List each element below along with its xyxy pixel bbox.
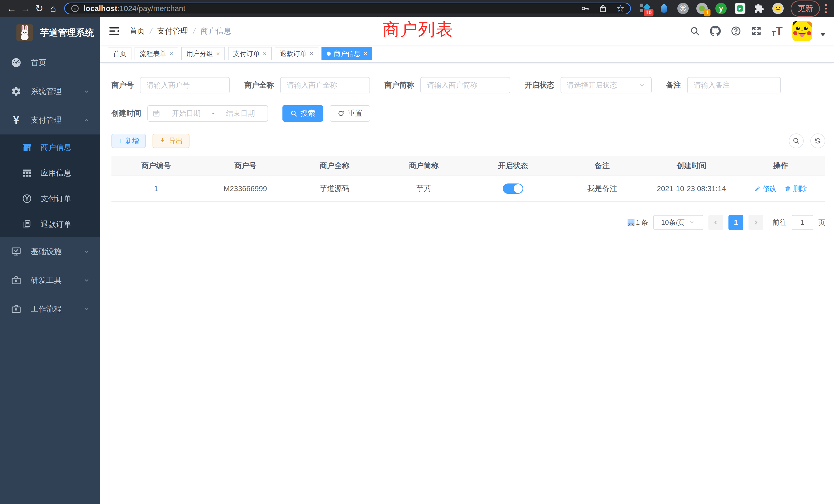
show-search-toggle-button[interactable] (789, 134, 804, 148)
sidebar-item-pay-order[interactable]: 支付订单 (0, 186, 100, 211)
tab-close-icon[interactable]: × (263, 50, 266, 57)
status-toggle[interactable] (503, 183, 523, 194)
tab-user-group[interactable]: 用户分组 × (181, 47, 225, 60)
tab-close-icon[interactable]: × (310, 50, 313, 57)
extension-grey-circle-icon[interactable]: 1 (696, 3, 708, 14)
chrome-update-button[interactable]: 更新 (791, 1, 820, 17)
tab-close-icon[interactable]: × (170, 50, 173, 57)
extension-y-icon[interactable]: y (715, 3, 727, 14)
extension-kite-icon[interactable] (658, 3, 670, 14)
cell-merchant-no: M233666999 (201, 184, 290, 193)
font-size-icon[interactable]: TT (772, 25, 783, 37)
share-icon[interactable] (598, 4, 608, 13)
app-logo-row[interactable]: 芋道管理系统 (0, 17, 100, 48)
refresh-icon (814, 137, 822, 145)
next-page-button[interactable] (748, 215, 763, 230)
sidebar-item-merchant-info[interactable]: 商户信息 (0, 135, 100, 160)
browser-back-button[interactable]: ← (5, 2, 19, 16)
tab-refund-order[interactable]: 退款订单 × (275, 47, 319, 60)
add-button[interactable]: + 新增 (111, 134, 146, 148)
fullscreen-icon[interactable] (751, 26, 762, 37)
browser-forward-button[interactable]: → (19, 2, 32, 16)
page-content: 商户号 商户全称 商户简称 开启状态 请选择开启状态 (100, 63, 834, 504)
chevron-down-icon (689, 219, 695, 226)
merchant-short-name-input[interactable] (420, 77, 510, 93)
breadcrumb-separator: / (150, 27, 152, 36)
tab-home[interactable]: 首页 (108, 47, 131, 60)
breadcrumb: 首页 / 支付管理 / 商户信息 (129, 26, 232, 37)
password-key-icon[interactable] (580, 4, 590, 13)
extensions-puzzle-icon[interactable] (753, 3, 765, 14)
merchant-full-name-input[interactable] (280, 77, 370, 93)
sidebar-item-label: 系统管理 (31, 86, 83, 97)
tab-pay-order[interactable]: 支付订单 × (228, 47, 272, 60)
extension-command-icon[interactable]: ⌘ (677, 3, 689, 14)
column-header: 商户简称 (379, 161, 468, 171)
tab-label: 退款订单 (280, 49, 307, 58)
delete-link[interactable]: 删除 (785, 184, 807, 193)
extension-blue-diamond-icon[interactable]: 10 (639, 3, 651, 14)
cell-short-name: 芋艿 (379, 183, 468, 194)
column-header: 商户号 (201, 161, 290, 171)
site-info-icon[interactable] (71, 4, 79, 13)
sidebar-item-label: 首页 (31, 58, 90, 68)
browser-reload-button[interactable]: ↻ (32, 2, 46, 16)
sidebar-item-label: 支付订单 (41, 193, 90, 204)
avatar-dropdown-caret-icon[interactable] (820, 33, 826, 36)
breadcrumb-separator: / (193, 27, 195, 36)
sidebar-collapse-icon[interactable] (108, 25, 120, 37)
breadcrumb-home[interactable]: 首页 (129, 26, 145, 37)
help-icon[interactable] (730, 26, 741, 37)
page-number-button[interactable]: 1 (728, 215, 743, 230)
sidebar-item-payment[interactable]: ¥ 支付管理 (0, 106, 100, 135)
refresh-table-button[interactable] (810, 134, 825, 148)
browser-home-button[interactable]: ⌂ (46, 2, 60, 16)
sidebar-item-label: 商户信息 (41, 142, 90, 153)
merchant-full-name-label: 商户全称 (244, 80, 274, 90)
extension-badge: 10 (644, 9, 654, 17)
user-avatar[interactable] (792, 21, 812, 41)
bookmark-star-icon[interactable]: ☆ (616, 3, 624, 14)
toolbox-icon (10, 274, 22, 286)
sidebar-item-system[interactable]: 系统管理 (0, 77, 100, 106)
sidebar-item-workflow[interactable]: 工作流程 (0, 295, 100, 323)
start-date-placeholder: 开始日期 (164, 109, 208, 118)
status-select[interactable]: 请选择开启状态 (561, 77, 652, 93)
tab-close-icon[interactable]: × (364, 50, 367, 57)
export-button[interactable]: 导出 (153, 134, 190, 148)
extensions-area: 10 ⌘ 1 y ▶ (639, 3, 784, 14)
extension-chat-icon[interactable]: ▶ (734, 3, 746, 14)
merchant-no-input[interactable] (140, 77, 230, 93)
cell-create-time: 2021-10-23 08:31:14 (647, 184, 736, 193)
sidebar-item-refund-order[interactable]: 退款订单 (0, 211, 100, 237)
goto-page-input[interactable] (792, 215, 813, 230)
tab-merchant-info[interactable]: 商户信息 × (322, 47, 372, 60)
sidebar-item-app-info[interactable]: 应用信息 (0, 160, 100, 186)
yen-icon: ¥ (10, 114, 22, 126)
remark-input[interactable] (687, 77, 781, 93)
edit-link[interactable]: 修改 (754, 184, 776, 193)
breadcrumb-payment[interactable]: 支付管理 (157, 26, 188, 37)
sidebar-item-dev-tools[interactable]: 研发工具 (0, 266, 100, 295)
status-label: 开启状态 (525, 80, 554, 90)
column-header: 开启状态 (468, 161, 558, 171)
create-time-range-picker[interactable]: 开始日期 - 结束日期 (147, 105, 268, 122)
header-search-icon[interactable] (689, 26, 700, 37)
sidebar-item-home[interactable]: 首页 (0, 48, 100, 77)
search-button[interactable]: 搜索 (282, 105, 323, 122)
browser-menu-icon[interactable] (822, 4, 829, 13)
tab-process-form[interactable]: 流程表单 × (135, 47, 178, 60)
github-icon[interactable] (710, 26, 721, 37)
cell-remark: 我是备注 (558, 183, 647, 194)
sidebar-item-infrastructure[interactable]: 基础设施 (0, 237, 100, 266)
page-size-select[interactable]: 10条/页 (653, 215, 703, 230)
reset-button[interactable]: 重置 (330, 105, 370, 122)
date-separator: - (212, 109, 214, 117)
column-header: 操作 (736, 161, 826, 171)
address-bar[interactable]: localhost:1024/pay/merchant ☆ (64, 3, 631, 14)
calendar-icon (153, 110, 160, 117)
tags-view-bar: 首页 流程表单 × 用户分组 × 支付订单 × 退款订单 × 商户信息 × (100, 45, 834, 63)
tab-close-icon[interactable]: × (216, 50, 220, 57)
prev-page-button[interactable] (708, 215, 723, 230)
browser-profile-avatar[interactable] (772, 3, 784, 14)
